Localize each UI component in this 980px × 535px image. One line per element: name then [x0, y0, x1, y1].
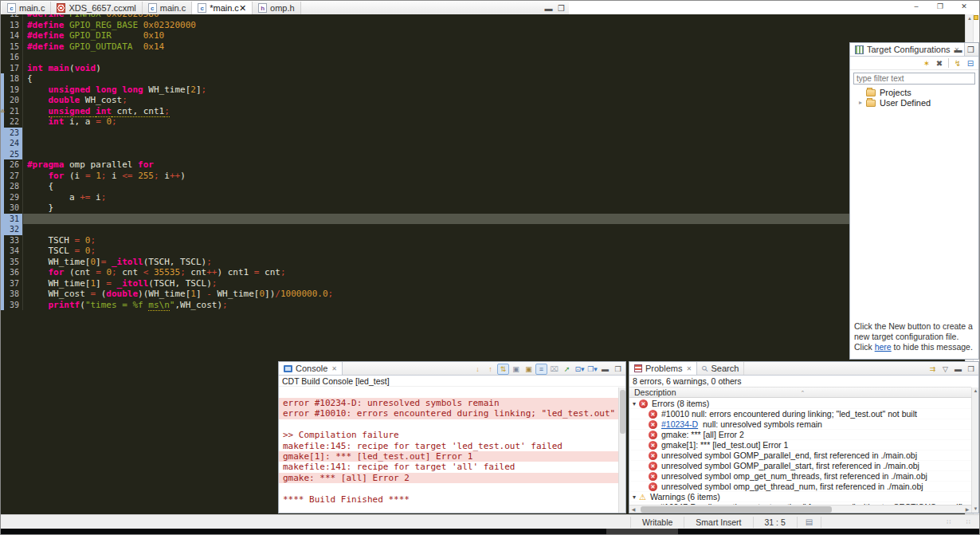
maximize-view-icon[interactable]: ❒	[965, 45, 977, 56]
annotation-overview-icon[interactable]	[974, 15, 978, 20]
problems-horizontal-scrollbar[interactable]: ◀ ▶	[629, 505, 971, 513]
code-line-29: 29 a += i;	[1, 192, 965, 203]
console-output[interactable]: error #10234-D: unresolved symbols remai…	[279, 387, 618, 513]
problem-description: unresolved symbol omp_get_thread_num, fi…	[661, 482, 923, 491]
scroll-right-arrow-icon[interactable]: ▶	[963, 505, 971, 513]
show-console-stderr-icon[interactable]: ▣	[523, 364, 535, 375]
scrollbar-thumb[interactable]	[641, 506, 832, 513]
target-configurations-view: Target Configurations ✕ ▬ ❒ ✶✖↯⊟ Project…	[849, 42, 979, 360]
code-line-21: ⚠21 unsigned int cnt, cnt1;	[1, 106, 965, 117]
maximize-view-icon[interactable]: ❒	[612, 364, 624, 375]
code-line-33: 33 TSCH = 0;	[1, 235, 965, 246]
minimize-window-button[interactable]: –	[904, 1, 928, 13]
minimize-view-icon[interactable]: ▬	[599, 364, 611, 375]
problem-row[interactable]: ✕gmake: *** [all] Error 2	[629, 430, 971, 440]
collapse-arrow-icon[interactable]: ▾	[629, 494, 639, 501]
code-line-24: 24	[1, 138, 965, 149]
pin-console-icon[interactable]: ➚	[561, 364, 573, 375]
maximize-view-icon[interactable]: ❒	[555, 3, 567, 14]
error-icon: ✕	[649, 472, 657, 481]
code-line-39: 39 printf("times = %f ms\n",WH_cost);	[1, 300, 965, 311]
problem-description: unresolved symbol omp_get_num_threads, f…	[661, 471, 927, 481]
status-bar-icon[interactable]: ▤	[797, 517, 821, 528]
h-file-icon: h	[258, 3, 267, 13]
line-number: 31	[4, 214, 22, 225]
scroll-to-top-icon[interactable]: ↑	[484, 364, 496, 375]
problem-row[interactable]: ✕unresolved symbol GOMP_parallel_start, …	[629, 461, 971, 471]
scrollbar-thumb[interactable]	[620, 390, 625, 434]
close-icon[interactable]: ✕	[686, 365, 692, 372]
console-line: error #10234-D: unresolved symbols remai…	[279, 398, 618, 408]
minimize-view-icon[interactable]: ▬	[543, 3, 555, 14]
test-connection-icon[interactable]: ↯	[951, 57, 964, 69]
restore-window-button[interactable]: ❐	[928, 1, 952, 13]
problems-vertical-scrollbar[interactable]: ▲ ▼	[971, 387, 978, 513]
line-number: 25	[4, 149, 22, 160]
close-icon[interactable]: ✕	[331, 365, 337, 372]
close-icon[interactable]: ✕	[239, 3, 246, 14]
expand-arrow-icon[interactable]: ▸	[857, 99, 864, 106]
scroll-to-bottom-icon[interactable]: ↓	[472, 364, 484, 375]
warning-marker-icon[interactable]: ⚠	[1, 107, 5, 115]
tab-target-configurations[interactable]: Target Configurations ✕	[850, 43, 965, 56]
problem-row[interactable]: ✕#10234-D null: unresolved symbols remai…	[629, 419, 971, 430]
collapse-all-icon[interactable]: ⊟	[964, 57, 977, 69]
line-number: 23	[4, 128, 22, 139]
scroll-left-arrow-icon[interactable]: ◀	[629, 505, 637, 513]
problem-row[interactable]: ✕gmake[1]: *** [led_test.out] Error 1	[629, 440, 971, 450]
insert-mode-status: Smart Insert	[684, 517, 752, 528]
line-number: 21	[4, 106, 22, 117]
delete-icon[interactable]: ✖	[933, 57, 946, 69]
scroll-lock-icon[interactable]: ⇅	[497, 364, 509, 375]
problem-link[interactable]: #10234-D	[661, 419, 698, 429]
maximize-view-icon[interactable]: ❒	[965, 364, 977, 375]
description-label: Description	[634, 387, 676, 397]
tab-console[interactable]: Console ✕	[279, 362, 343, 375]
scroll-up-arrow-icon[interactable]: ▲	[972, 387, 979, 395]
word-wrap-icon[interactable]: ≡	[535, 364, 547, 375]
show-console-stdout-icon[interactable]: ▣	[510, 364, 522, 375]
code-line-26: 26#pragma omp parallel for	[1, 159, 965, 171]
problem-row[interactable]: ✕unresolved symbol omp_get_num_threads, …	[629, 471, 971, 482]
description-column-header[interactable]: Description ⌃	[629, 387, 971, 398]
clear-console-icon[interactable]: ⌧	[548, 364, 560, 375]
console-title: Console	[296, 364, 327, 373]
here-link[interactable]: here	[875, 342, 892, 352]
editor-tab-main.c[interactable]: cmain.c	[143, 2, 192, 14]
console-line	[279, 483, 618, 494]
minimize-view-icon[interactable]: ▬	[952, 364, 964, 375]
editor-tab-main.c[interactable]: c*main.c✕	[192, 2, 253, 14]
collapse-arrow-icon[interactable]: ▾	[629, 400, 639, 407]
display-selected-console-icon[interactable]: ⊡▾	[574, 364, 586, 375]
console-scrollbar[interactable]	[618, 387, 625, 513]
close-window-button[interactable]: ✕	[952, 1, 976, 13]
problem-row[interactable]: ✕#10010 null: errors encountered during …	[629, 409, 971, 419]
code-line-34: 34 TSCL = 0;	[1, 246, 965, 257]
console-line	[279, 419, 618, 430]
problem-row[interactable]: ✕unresolved symbol omp_get_thread_num, f…	[629, 482, 971, 492]
code-line-13: 13#define GPIO_REG_BASE 0x02320000	[1, 20, 965, 31]
type-filter-text-input[interactable]	[853, 73, 975, 85]
line-number: 20	[4, 95, 22, 106]
scroll-down-arrow-icon[interactable]: ▼	[972, 505, 979, 513]
view-menu-icon[interactable]: ▽	[939, 364, 951, 375]
new-target-configuration-icon[interactable]: ✶	[920, 57, 933, 69]
minimize-view-icon[interactable]: ▬	[952, 45, 964, 56]
open-console-icon[interactable]: ❐▾	[586, 364, 598, 375]
target-tree-item-projects[interactable]: Projects	[850, 87, 978, 97]
tab-problems[interactable]: Problems ✕	[629, 362, 697, 375]
problems-group[interactable]: ▾⚠Warnings (6 items)	[629, 492, 971, 502]
console-view: Console ✕ ↓↑⇅▣▣≡⌧➚⊡▾❐▾▬❒ CDT Build Conso…	[278, 361, 626, 513]
line-number: 26	[4, 159, 22, 171]
line-number: 39	[4, 300, 22, 311]
problems-group[interactable]: ▾✕Errors (8 items)	[629, 399, 971, 409]
console-description: CDT Build Console [led_test]	[279, 376, 625, 387]
editor-tab-main.c[interactable]: cmain.c	[2, 2, 51, 14]
target-tree-item-user-defined[interactable]: ▸User Defined	[850, 97, 978, 108]
filter-icon[interactable]: ⇉	[927, 364, 939, 375]
editor-tab-XDS_6657.ccxml[interactable]: XDS_6657.ccxml	[51, 2, 142, 14]
editor-tab-omp.h[interactable]: homp.h	[253, 2, 301, 14]
problem-row[interactable]: ✕unresolved symbol GOMP_parallel_end, fi…	[629, 450, 971, 461]
line-number: 22	[4, 116, 22, 128]
tab-search[interactable]: ⚲ Search	[697, 362, 744, 375]
